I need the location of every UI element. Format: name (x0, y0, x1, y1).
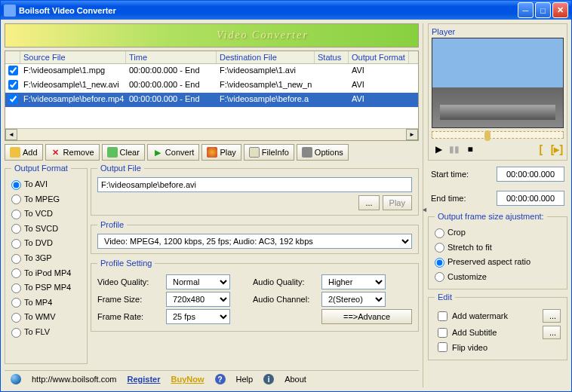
watermark-config-button[interactable]: ... (543, 309, 561, 323)
audio-channel-select[interactable]: 2(Stereo) (321, 292, 386, 307)
output-format-option[interactable]: To DVD (11, 236, 81, 251)
add-button[interactable]: Add (5, 144, 43, 161)
col-destination[interactable]: Destination File (217, 51, 315, 63)
options-button[interactable]: Options (297, 144, 349, 161)
start-time-input[interactable] (497, 167, 564, 182)
output-file-panel: Output File ... Play (91, 164, 419, 216)
fileinfo-button[interactable]: FileInfo (244, 144, 294, 161)
subtitle-checkbox[interactable] (438, 328, 447, 338)
frame-size-option[interactable]: Preserved aspect ratio (435, 255, 561, 270)
globe-icon (11, 374, 21, 384)
frame-size-option[interactable]: Crop (435, 225, 561, 240)
advance-button[interactable]: ==>Advance (321, 309, 412, 324)
convert-button[interactable]: ▶Convert (147, 144, 200, 161)
splitter-handle[interactable]: ◄ (421, 206, 428, 213)
flip-checkbox[interactable] (438, 342, 447, 352)
player-panel: Player ▶ ▮▮ ■ [ [▸] (428, 23, 567, 161)
output-format-option[interactable]: To FLV (11, 325, 81, 340)
frame-rate-select[interactable]: 25 fps (166, 309, 230, 324)
app-icon (4, 5, 16, 17)
minimize-button[interactable]: ─ (518, 2, 534, 18)
output-format-panel: Output Format To AVITo MPEGTo VCDTo SVCD… (5, 164, 88, 364)
help-icon: ? (215, 374, 226, 384)
file-list[interactable]: Source File Time Destination File Status… (5, 51, 419, 141)
frame-size-legend: Output frame size ajustment: (435, 212, 547, 221)
scroll-right-icon[interactable]: ► (406, 129, 418, 140)
output-file-legend: Output File (97, 164, 144, 173)
register-link[interactable]: Register (128, 375, 161, 384)
output-format-option[interactable]: To SVCD (11, 222, 81, 237)
profile-setting-panel: Profile Setting Video Quality:Normal Fra… (91, 259, 419, 332)
help-link[interactable]: Help (236, 375, 254, 384)
footer: http://www.boilsoft.com Register BuyNow … (5, 370, 419, 387)
video-quality-select[interactable]: Normal (166, 274, 230, 289)
table-row[interactable]: F:\videosample\1.mpg00:00:00.000 - EndF:… (5, 64, 418, 78)
maximize-button[interactable]: □ (535, 2, 551, 18)
output-format-option[interactable]: To MPEG (11, 192, 81, 207)
mark-in-button[interactable]: [ (534, 143, 548, 155)
banner: Video Converter (5, 23, 419, 47)
website-link[interactable]: http://www.boilsoft.com (32, 375, 117, 384)
col-format[interactable]: Output Format (349, 51, 409, 63)
player-pause-button[interactable]: ▮▮ (447, 143, 461, 155)
frame-size-option[interactable]: Customize (435, 270, 561, 285)
window-title: Boilsoft Video Converter (19, 6, 518, 15)
seek-thumb[interactable] (484, 130, 491, 141)
frame-size-select[interactable]: 720x480 (166, 292, 230, 307)
col-status[interactable]: Status (315, 51, 349, 63)
profile-legend: Profile (97, 220, 127, 229)
profile-setting-legend: Profile Setting (97, 259, 155, 268)
horizontal-scrollbar[interactable]: ◄ ► (5, 128, 418, 140)
table-row[interactable]: F:\videosample\1_new.avi00:00:00.000 - E… (5, 78, 418, 93)
profile-select[interactable]: Video: MPEG4, 1200 kbps, 25 fps; Audio: … (97, 234, 412, 249)
output-format-option[interactable]: To PSP MP4 (11, 280, 81, 296)
remove-button[interactable]: ✕Remove (45, 144, 100, 161)
subtitle-config-button[interactable]: ... (543, 326, 561, 339)
x-icon: ✕ (51, 147, 61, 158)
watermark-checkbox[interactable] (438, 311, 447, 321)
seek-bar[interactable] (432, 131, 564, 139)
frame-size-option[interactable]: Stretch to fit (435, 240, 561, 256)
output-format-option[interactable]: To iPod MP4 (11, 266, 81, 281)
mark-out-button[interactable]: [▸] (550, 143, 564, 155)
output-play-button[interactable]: Play (383, 195, 412, 210)
output-format-option[interactable]: To VCD (11, 207, 81, 222)
toolbar: Add ✕Remove Clear ▶Convert Play FileInfo… (5, 144, 419, 161)
player-stop-button[interactable]: ■ (463, 143, 477, 155)
play-button[interactable]: Play (201, 144, 241, 161)
audio-quality-select[interactable]: Higher (321, 274, 386, 289)
profile-panel: Profile Video: MPEG4, 1200 kbps, 25 fps;… (91, 220, 419, 254)
video-preview[interactable] (432, 38, 564, 128)
output-file-input[interactable] (97, 177, 412, 192)
player-label: Player (432, 27, 564, 36)
browse-button[interactable]: ... (358, 195, 379, 210)
output-format-option[interactable]: To 3GP (11, 251, 81, 266)
output-format-option[interactable]: To AVI (11, 177, 81, 192)
buynow-link[interactable]: BuyNow (171, 375, 205, 384)
edit-legend: Edit (435, 292, 455, 302)
titlebar[interactable]: Boilsoft Video Converter ─ □ ✕ (1, 1, 571, 20)
file-list-header: Source File Time Destination File Status… (5, 51, 418, 64)
end-time-label: End time: (431, 194, 466, 203)
row-checkbox[interactable] (8, 66, 18, 75)
edit-panel: Edit Add watermark... Add Subtitle... Fl… (428, 292, 567, 360)
col-source[interactable]: Source File (20, 51, 126, 63)
row-checkbox[interactable] (8, 80, 18, 90)
output-format-option[interactable]: To WMV (11, 310, 81, 325)
row-checkbox[interactable] (8, 94, 18, 104)
col-time[interactable]: Time (126, 51, 217, 63)
table-row[interactable]: F:\videosample\before.mp400:00:00.000 - … (5, 93, 418, 107)
play-circle-icon (207, 147, 217, 158)
clear-button[interactable]: Clear (102, 144, 145, 161)
refresh-icon (107, 147, 118, 158)
output-format-option[interactable]: To MP4 (11, 296, 81, 311)
player-play-button[interactable]: ▶ (432, 143, 445, 155)
end-time-input[interactable] (497, 191, 564, 206)
close-button[interactable]: ✕ (552, 2, 568, 18)
info-icon: i (263, 374, 274, 384)
frame-size-panel: Output frame size ajustment: CropStretch… (428, 212, 567, 289)
banner-text: Video Converter (217, 29, 309, 41)
output-format-legend: Output Format (11, 164, 71, 173)
scroll-left-icon[interactable]: ◄ (5, 129, 17, 140)
about-link[interactable]: About (284, 375, 306, 384)
